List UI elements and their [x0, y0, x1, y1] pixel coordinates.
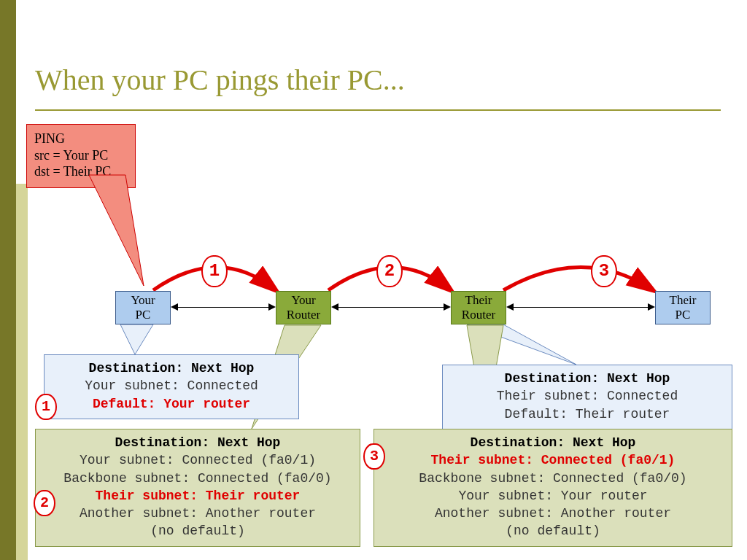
table-row: Backbone subnet: Connected (fa0/0): [380, 470, 726, 487]
table-row-active: Default: Your router: [50, 395, 293, 413]
table-row: Another subnet: Another router: [380, 505, 726, 522]
node-their-router: Their Router: [451, 291, 506, 324]
table-row: Default: Their router: [449, 405, 726, 423]
svg-marker-3: [467, 324, 576, 365]
table-header: Destination: Next Hop: [449, 370, 726, 387]
step-badge: 1: [35, 394, 57, 420]
svg-marker-0: [89, 175, 144, 286]
slide-title: When your PC pings their PC...: [35, 63, 405, 97]
node-label: Your Router: [287, 293, 320, 322]
svg-marker-2: [120, 324, 153, 354]
arrow-left-icon: [506, 303, 514, 311]
node-label: Their PC: [670, 293, 697, 322]
link: [514, 307, 648, 308]
slide: When your PC pings their PC... PING src …: [0, 0, 747, 560]
table-your-router: Destination: Next Hop Your subnet: Conne…: [35, 429, 360, 547]
link: [178, 307, 268, 308]
arrow-right-icon: [444, 303, 451, 311]
table-header: Destination: Next Hop: [42, 434, 354, 451]
table-row: Your subnet: Connected: [50, 377, 293, 394]
node-label: Your PC: [131, 293, 155, 322]
node-their-pc: Their PC: [655, 291, 711, 324]
callout-line: PING: [34, 131, 128, 147]
table-row: Your subnet: Your router: [380, 487, 726, 505]
arrow-left-icon: [171, 303, 178, 311]
hop-badge: 1: [201, 255, 228, 287]
hop-badge: 2: [376, 255, 403, 287]
hop-badge: 3: [591, 255, 617, 287]
table-row-active: Their subnet: Their router: [42, 487, 354, 505]
node-label: Their Router: [462, 293, 495, 322]
node-your-router: Your Router: [276, 291, 331, 324]
table-row: Backbone subnet: Connected (fa0/0): [42, 470, 354, 487]
callout-line: src = Your PC: [34, 147, 128, 164]
table-their-pc: Destination: Next Hop Their subnet: Conn…: [442, 365, 732, 429]
table-your-pc: Destination: Next Hop Your subnet: Conne…: [44, 354, 299, 419]
title-underline: [35, 109, 721, 111]
table-row: Your subnet: Connected (fa0/1): [42, 451, 354, 469]
step-badge: 3: [363, 443, 385, 470]
table-row: Another subnet: Another router: [42, 505, 354, 522]
sidebar-accent-dark: [0, 0, 16, 560]
callout-line: dst = Their PC: [34, 163, 128, 180]
step-badge: 2: [34, 490, 55, 516]
table-row: (no default): [380, 522, 726, 540]
table-their-router: Destination: Next Hop Their subnet: Conn…: [374, 429, 732, 547]
arrow-left-icon: [331, 303, 338, 311]
arrow-right-icon: [268, 303, 276, 311]
table-row-active: Their subnet: Connected (fa0/1): [380, 451, 726, 469]
arrow-right-icon: [648, 303, 655, 311]
table-row: (no default): [42, 522, 354, 540]
link: [338, 307, 444, 308]
table-header: Destination: Next Hop: [380, 434, 726, 451]
table-header: Destination: Next Hop: [50, 359, 293, 377]
ping-callout: PING src = Your PC dst = Their PC: [26, 124, 136, 188]
node-your-pc: Your PC: [115, 291, 171, 324]
table-row: Their subnet: Connected: [449, 387, 726, 405]
